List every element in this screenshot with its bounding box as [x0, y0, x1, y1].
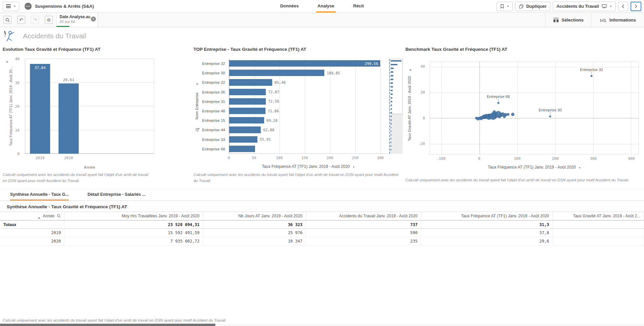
evolution-plot: 37,84201929,612020 [25, 59, 154, 154]
global-menu-button[interactable]: ▼ [3, 2, 19, 11]
category-label[interactable]: Entreprise 68 [192, 144, 225, 154]
table-body: Totaux23 528 094,3136 32373731,3201915 5… [0, 220, 644, 246]
chevron-left-icon [622, 4, 624, 8]
y-tick-label: 0 [412, 116, 425, 120]
sheet-area: Accidents du Travail Evolution Taux Grav… [0, 28, 644, 326]
y-tick-label: 10 [15, 128, 20, 133]
minimap-bar [391, 127, 391, 128]
bar-Entreprise-68[interactable] [229, 146, 255, 152]
table-row-totals[interactable]: Totaux23 528 094,3136 32373731,3 [0, 220, 644, 229]
smart-search-icon[interactable] [3, 16, 11, 24]
data-point[interactable] [507, 113, 509, 116]
minimap-bar [391, 134, 391, 136]
clear-selections-icon[interactable]: ⊘ [45, 16, 53, 24]
row-label-cell[interactable]: 2019 [0, 229, 65, 237]
bookmark-button[interactable]: ▼ [497, 2, 513, 11]
grid-line [430, 144, 639, 144]
x-axis-title-label: Taux Fréquence AT (TF1) Janv. 2019 - Aoû… [262, 164, 350, 169]
data-point-Entreprise-32[interactable] [591, 75, 593, 77]
minimap-bar [391, 119, 392, 121]
point-label[interactable]: Entreprise 30 [539, 108, 562, 112]
column-header-3[interactable]: Accidents du Travail Janv. 2019 - Août 2… [306, 212, 421, 220]
next-sheet-button[interactable] [631, 2, 641, 11]
evolution-chart: Evolution Taux Gravité et Fréquence (TF1… [3, 47, 155, 188]
minimap-bar [391, 108, 392, 110]
category-label[interactable]: Entreprise 48 [192, 106, 225, 116]
category-label[interactable]: Entreprise 33 [192, 135, 225, 144]
minimap-bar [391, 97, 392, 99]
bar-2020[interactable]: 29,61 [59, 83, 79, 154]
bar-Entreprise-31[interactable]: 72,56 [229, 98, 266, 105]
minimap-scrollbar[interactable] [389, 59, 403, 154]
category-label[interactable]: Entreprise 44 [192, 125, 225, 135]
row-label-cell[interactable]: Totaux [0, 221, 65, 228]
category-label[interactable]: Entreprise 22 [192, 78, 225, 87]
previous-sheet-button[interactable] [618, 2, 628, 11]
chart-footnote: Calculé uniquement avec les accidents du… [3, 172, 152, 184]
scrollbar-thumb[interactable] [0, 324, 215, 326]
x-axis-title[interactable]: Taux Fréquence AT (TF1) Janv. 2019 - Aoû… [430, 165, 639, 170]
chevron-right-icon [635, 4, 637, 8]
app-icon[interactable]: ••• [25, 3, 32, 10]
duplicate-button[interactable]: Dupliquer [515, 2, 550, 11]
tab-analyse[interactable]: Analyse [316, 0, 336, 12]
tab-donnees[interactable]: Données [279, 0, 300, 12]
point-label[interactable]: Entreprise 32 [580, 68, 603, 72]
close-icon[interactable]: × [91, 16, 96, 22]
informations-button[interactable]: Informations [592, 13, 644, 27]
tab-detail-entreprise[interactable]: Détail Entreprise - Salariés ... [87, 189, 145, 201]
category-label[interactable]: Entreprise 30 [192, 68, 225, 78]
minimap-bar [391, 79, 393, 80]
sheet-selector[interactable]: Accidents du Travail ▼ [553, 2, 616, 11]
x-tick-label: 400 [628, 156, 635, 161]
x-tick-label: 250 [352, 156, 358, 160]
table-row[interactable]: 20207 935 602,7210 34723529,6 [0, 237, 644, 246]
bar-Entreprise-22[interactable]: 85,48 [229, 79, 272, 85]
bar-Entreprise-32[interactable]: 299,56 [229, 60, 380, 67]
column-header-2[interactable]: Nb Jours AT Janv. 2019 - Août 2020 [203, 212, 306, 220]
minimap-bar [391, 138, 391, 139]
value-cell: 29,6 [421, 237, 553, 245]
column-header-1[interactable]: Moy Hrs Travaillées Janv. 2019 - Août 20… [65, 212, 203, 220]
bar-Entreprise-33[interactable]: 55,91 [229, 136, 257, 143]
bar-Entreprise-15[interactable]: 69,28 [229, 117, 264, 123]
category-label[interactable]: Entreprise 26 [192, 87, 225, 97]
column-header-4[interactable]: Taux Fréquence AT (TF1) Janv. 2019 - Aoû… [421, 212, 553, 220]
data-point-Entreprise-30[interactable] [549, 115, 551, 117]
bar-Entreprise-30[interactable]: 188,85 [229, 70, 324, 76]
column-header-5[interactable]: Taux Gravité AT Janv. 2019 - Août 2... [553, 212, 644, 220]
minimap-bar [391, 131, 391, 132]
search-icon[interactable] [57, 214, 61, 218]
bar-Entreprise-48[interactable]: 71,86 [229, 108, 265, 114]
bar-Entreprise-26[interactable]: 72,87 [229, 89, 266, 95]
selection-chip-date-analyse[interactable]: Date Analyse.au... 20 sur 64 × [56, 13, 98, 27]
point-label[interactable]: Entreprise 68 [487, 95, 510, 99]
data-point[interactable] [511, 113, 514, 116]
selections-grid-icon [553, 17, 559, 22]
category-label[interactable]: Entreprise 32 [192, 59, 225, 68]
bookmark-icon [500, 4, 504, 9]
bar-2019[interactable]: 37,84 [30, 64, 50, 154]
minimap-bar [391, 71, 393, 73]
grid-line [517, 62, 517, 154]
grid-line [25, 59, 154, 59]
redo-icon[interactable]: ↷ [31, 16, 39, 24]
category-label[interactable]: Entreprise 31 [192, 97, 225, 106]
tab-recit[interactable]: Récit [352, 0, 365, 12]
tab-synthese-annuelle[interactable]: Synthèse Annuelle - Taux G... [10, 189, 69, 201]
data-point-Entreprise-68[interactable] [497, 102, 499, 104]
x-axis-title[interactable]: Taux Fréquence AT (TF1) Janv. 2019 - Aoû… [229, 164, 388, 169]
chart-footnote: Calculé uniquement avec les accidents du… [405, 177, 639, 183]
column-label: Moy Hrs Travaillées Janv. 2019 - Août 20… [122, 214, 200, 218]
row-label-cell[interactable]: 2020 [0, 237, 65, 245]
minimap-cursor-line [389, 59, 390, 154]
footer-note: Calculé uniquement avec les accidents du… [3, 318, 226, 322]
selections-button[interactable]: Sélections [545, 13, 592, 27]
table-row[interactable]: 201915 592 491,5925 97659037,8 [0, 229, 644, 237]
category-label[interactable]: Entreprise 15 [192, 116, 225, 125]
column-header-0[interactable]: Année [0, 212, 65, 220]
undo-icon[interactable]: ↶ [17, 16, 25, 24]
bar-Entreprise-44[interactable]: 62,88 [229, 126, 261, 133]
sheet-icon [602, 4, 607, 8]
y-axis-title: Taux Gravité AT Janv. 2019 - Août 2020 [407, 68, 412, 149]
